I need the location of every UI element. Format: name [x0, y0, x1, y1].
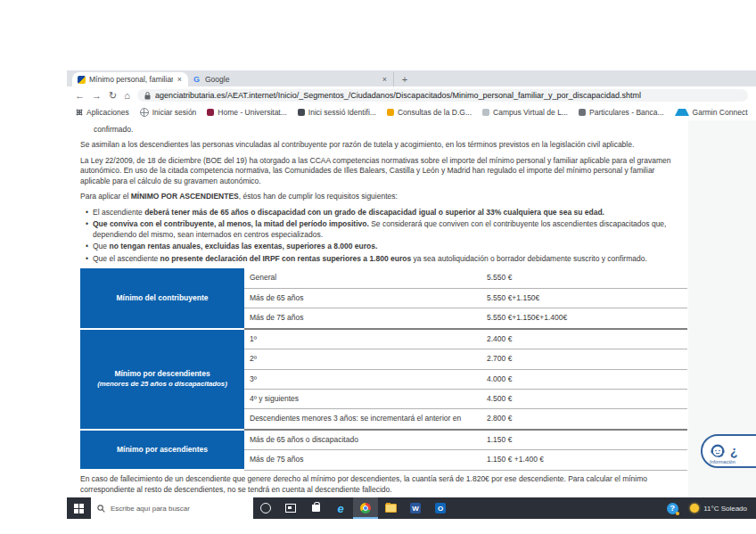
taskbar-search-input[interactable]: Escribe aquí para buscar — [91, 497, 253, 519]
bookmark-home-universitat[interactable]: Home - Universitat... — [207, 108, 286, 117]
store-bag-icon — [312, 505, 320, 512]
padlock-icon — [144, 92, 151, 100]
paragraph-asimilan: Se asimilan a los descendientes las pers… — [80, 140, 683, 150]
requirement-item: El ascendiente deberá tener más de 65 añ… — [86, 208, 683, 218]
internet-explorer-icon: e — [337, 503, 343, 514]
partial-line: confirmado. — [80, 125, 683, 135]
aeat-favicon-icon — [78, 76, 86, 84]
chrome-button[interactable] — [353, 497, 378, 519]
url-text: agenciatributaria.es/AEAT.internet/Inici… — [155, 91, 641, 100]
word-button[interactable]: W — [403, 497, 428, 519]
taskbar: Escribe aquí para buscar e W O ? 11°C So… — [67, 497, 756, 519]
table-row: Mínimo por ascendientes Más de 65 años o… — [80, 430, 687, 450]
headset-agent-icon — [708, 441, 727, 461]
outlook-button[interactable]: O — [428, 497, 453, 519]
internet-explorer-button[interactable]: e — [328, 497, 353, 519]
university-favicon-icon — [207, 109, 214, 116]
cortana-button[interactable] — [253, 497, 278, 519]
forward-icon[interactable]: → — [92, 91, 102, 101]
assistant-label: Información — [710, 459, 735, 464]
bookmarks-bar: Aplicaciones Iniciar sesión Home - Unive… — [67, 104, 756, 121]
bookmark-iniciar-sesion[interactable]: Iniciar sesión — [140, 108, 197, 117]
bookmark-garmin[interactable]: Garmin Connect — [675, 108, 748, 117]
requirement-item: Que no tengan rentas anuales, excluidas … — [86, 242, 683, 251]
microsoft-store-button[interactable] — [303, 497, 328, 519]
requirement-item: Que el ascendiente no presente declaraci… — [86, 254, 683, 264]
bookmark-campus-virtual[interactable]: Campus Virtual de L... — [482, 108, 568, 117]
word-icon: W — [410, 503, 421, 513]
start-button[interactable] — [67, 497, 91, 519]
page-content: confirmado. Se asimilan a los descendien… — [67, 120, 756, 497]
tab-title: Mínimo personal, familiar y por d... — [89, 75, 173, 84]
requirement-item: Que conviva con el contribuyente, al men… — [86, 219, 683, 240]
windows-logo-icon — [74, 504, 84, 513]
section-header-descendientes: Mínimo por descendientes (menores de 25 … — [80, 329, 244, 430]
browser-toolbar: ← → ↻ ⌂ agenciatributaria.es/AEAT.intern… — [67, 86, 756, 104]
bookmark-particulares-banca[interactable]: Particulares - Banca... — [579, 108, 664, 117]
screenshot-canvas: Mínimo personal, familiar y por d... × G… — [0, 0, 756, 534]
globe-icon — [140, 108, 149, 117]
taskbar-spacer — [453, 497, 660, 519]
tab-close-icon[interactable]: × — [177, 75, 183, 84]
tab-close-icon[interactable]: × — [382, 75, 388, 84]
task-view-button[interactable] — [278, 497, 303, 519]
file-explorer-icon — [385, 504, 397, 513]
reload-icon[interactable]: ↻ — [109, 91, 117, 101]
section-header-ascendientes: Mínimo por ascendientes — [80, 430, 244, 470]
address-bar[interactable]: agenciatributaria.es/AEAT.internet/Inici… — [137, 89, 748, 102]
home-icon[interactable]: ⌂ — [124, 91, 130, 101]
tab-title: Google — [205, 75, 378, 84]
chrome-icon — [360, 503, 371, 513]
paragraph-fallecimiento: En caso de fallecimiento de un descendie… — [80, 474, 676, 495]
weather-widget[interactable]: 11°C Soleado — [685, 497, 756, 519]
paragraph-ley: La Ley 22/2009, de 18 de diciembre (BOE … — [80, 156, 683, 186]
help-tray-button[interactable]: ? — [660, 497, 685, 519]
browser-window: Mínimo personal, familiar y por d... × G… — [67, 70, 756, 497]
cortana-icon — [260, 503, 271, 513]
minimos-table: Mínimo del contribuyente General 5.550 €… — [80, 268, 687, 471]
weather-text: 11°C Soleado — [703, 505, 747, 513]
consultas-favicon-icon — [387, 109, 394, 116]
requirements-list: El ascendiente deberá tener más de 65 añ… — [80, 208, 683, 264]
table-row: Mínimo del contribuyente General 5.550 € — [80, 268, 687, 288]
apps-grid-icon — [76, 109, 83, 116]
section-header-contribuyente: Mínimo del contribuyente — [80, 268, 244, 328]
table-row: Mínimo por descendientes (menores de 25 … — [80, 329, 687, 349]
file-explorer-button[interactable] — [378, 497, 403, 519]
back-icon[interactable]: ← — [75, 91, 85, 101]
search-icon — [97, 505, 105, 513]
tab-google[interactable]: G Google × — [188, 72, 394, 86]
help-question-icon: ? — [667, 503, 678, 514]
login-favicon-icon — [298, 109, 305, 116]
outlook-icon: O — [435, 503, 446, 513]
bookmark-inici-sessio[interactable]: Inici sessió Identifi... — [298, 108, 376, 117]
garmin-triangle-icon — [675, 109, 689, 116]
bank-favicon-icon — [579, 109, 586, 116]
paragraph-aplicar: Para aplicar el MÍNIMO POR ASCENDIENTES,… — [80, 192, 683, 201]
sun-icon — [690, 504, 699, 513]
new-tab-button[interactable]: + — [398, 72, 412, 86]
tab-aeat[interactable]: Mínimo personal, familiar y por d... × — [72, 72, 188, 86]
task-view-icon — [285, 504, 296, 513]
google-favicon-icon: G — [193, 76, 201, 84]
campus-favicon-icon — [482, 109, 489, 116]
bookmark-apps[interactable]: Aplicaciones — [76, 108, 129, 117]
bookmark-consultas[interactable]: Consultas de la D.G... — [387, 108, 472, 117]
article-body: confirmado. Se asimilan a los descendien… — [67, 120, 683, 495]
question-mark-icon: ¿ — [730, 444, 738, 458]
tab-strip: Mínimo personal, familiar y por d... × G… — [67, 70, 756, 86]
informacion-assistant-button[interactable]: ¿ Información — [701, 434, 756, 468]
search-placeholder: Escribe aquí para buscar — [111, 505, 190, 513]
